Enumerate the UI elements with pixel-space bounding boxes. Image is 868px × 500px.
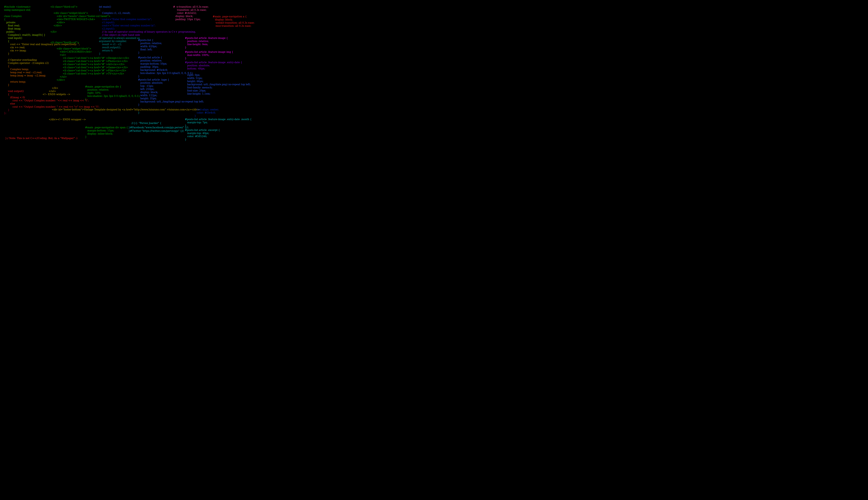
- cpp-line: cout<<"Enter first complex number:\n";: [99, 18, 152, 21]
- css-page-nav-a: #main .page-navigation a { display: bloc…: [213, 15, 254, 27]
- html-footer-bottom: <div id="footer-bottom">Vintage Template…: [43, 108, 199, 111]
- cpp-line: {: [4, 18, 5, 21]
- html-line: <h4>CATEGORIES</h4>: [50, 50, 92, 53]
- html-line: <li class="cat-item"><a href="#" >Photo<…: [50, 60, 128, 62]
- cpp-line: else: [4, 102, 15, 105]
- cpp-line: result = c1 - c2;: [99, 43, 122, 46]
- code-wallpaper: #include <iostream> using namespace std;…: [0, 0, 267, 150]
- cpp-line: public:: [4, 30, 15, 33]
- cpp-line: #include <iostream>: [4, 5, 31, 8]
- cpp-line: Complex c1, c2, result;: [99, 12, 130, 14]
- html-line: <li class="third-col">: [50, 5, 78, 8]
- cpp-line: cout<<"Enter second complex number:\n";: [99, 24, 156, 27]
- cpp-line: // the object on right hand side: [99, 34, 140, 36]
- html-line: <li class="cat-item"><a href="#" >Design…: [50, 57, 129, 59]
- cpp-line: return temp;: [4, 80, 26, 83]
- cpp-line: Complex(): real(0), imag(0){ }: [4, 34, 45, 36]
- html-line: <div class="widget-block">: [50, 47, 91, 50]
- social-facebook: }#Facebook:"www.facebook.com/pjs.pervez"…: [128, 126, 189, 129]
- cpp-line: // Operator overloading: [4, 58, 37, 61]
- cpp-line: {: [4, 65, 9, 68]
- cpp-line: temp.real = real - c2.real;: [4, 71, 42, 74]
- css-posts-list: #posts-list { position: relative; width:…: [138, 38, 162, 54]
- social-twitter: }#Twitter "https://twitter.com/pervezpjs…: [128, 129, 184, 133]
- cpp-line: int main(): [99, 5, 111, 8]
- cpp-line: using namespace std;: [4, 9, 31, 11]
- cpp-line: argument by compiler.: [99, 40, 127, 43]
- html-line: </div>: [50, 21, 65, 24]
- cpp-line: return 0;: [99, 49, 113, 52]
- cpp-line: Complex operator - (Complex c2): [4, 61, 49, 65]
- html-line: <li class="cat-item"><a href="#" >Game</…: [50, 66, 128, 69]
- cpp-line: void output(): [4, 90, 24, 92]
- cpp-line: };: [4, 112, 7, 114]
- cpp-line: class Complex: [4, 15, 22, 18]
- html-line: <li class="cat-item"><a href="#" >Art</a…: [50, 63, 125, 66]
- css-entry-date-month: #posts-list article .feature-image .entr…: [185, 118, 252, 127]
- html-line: <li class="cat-item"><a href="#" >TV</a>…: [50, 72, 124, 75]
- cpp-line: temp.imag = imag - c2.imag;: [4, 74, 46, 77]
- cpp-line: // In case of operator overloading of bi…: [99, 30, 196, 33]
- html-line: </li>: [43, 87, 58, 89]
- cpp-line: Complex temp;: [4, 68, 29, 71]
- html-line: <h4>TWITTER WIDGET</h4>: [50, 18, 95, 21]
- cpp-line: if(imag < 0): [4, 96, 25, 99]
- cpp-line: }: [4, 52, 9, 55]
- css-feature-image: #posts-list article .feature-image { pos…: [185, 36, 228, 49]
- cpp-line: private:: [4, 21, 16, 24]
- cpp-line: }: [4, 109, 9, 111]
- html-line: <ul>: [50, 54, 66, 56]
- cpp-line: of operator is always assumed as: [99, 37, 140, 39]
- css-feature-image-img: #posts-list article .feature-image img {…: [185, 50, 233, 60]
- html-line: </ul>: [43, 90, 56, 92]
- html-line: </ul>: [50, 75, 67, 78]
- html-line: <li class="cat-item"><a href="#" >Film</…: [50, 69, 126, 72]
- cpp-line: {: [4, 93, 9, 96]
- css-page-nav-div: #main .page-navigation div { position: r…: [85, 85, 140, 101]
- cpp-line: float imag;: [4, 27, 21, 30]
- cpp-line: }: [4, 83, 9, 86]
- css-transition-block: # -o-transition: all 0.3s ease; transiti…: [173, 5, 209, 21]
- cpp-line: cout << "Output Complex number: " << rea…: [4, 105, 99, 108]
- cpp-line: c2.input();: [99, 27, 115, 30]
- cpp-line: cout << "Output Complex number: "<< real…: [4, 99, 89, 102]
- cpp-line: cin >> imag;: [4, 49, 26, 52]
- cpp-line: result.output();: [99, 46, 121, 49]
- wallpaper-note: }:/ Note: This is not C++//Coding; But; …: [5, 137, 77, 140]
- html-line: </li>: [50, 30, 57, 33]
- cpp-line: void input(): [4, 37, 22, 39]
- cpp-line: c1.input();: [99, 21, 115, 24]
- css-entry-date-3: text-align: center; color: #f3e4c8; }: [194, 108, 219, 117]
- social-header: //:}{: "Pervez Joarder" {: [128, 122, 161, 125]
- cpp-line: float real;: [4, 24, 20, 27]
- cpp-line: {: [99, 9, 101, 11]
- html-line: <div class="widget-block">: [50, 12, 88, 14]
- html-line: <!-- ENDS widgets -->: [43, 93, 70, 96]
- cpp-line: {: [4, 40, 9, 43]
- css-entry-date-2: right: 0px; width: 51px; height: 66px; b…: [185, 73, 251, 95]
- html-line: </div>: [50, 79, 65, 81]
- cpp-line: }: [99, 52, 101, 55]
- css-page-nav-span: #main .page-navigation div span { margin…: [85, 126, 128, 138]
- css-excerpt: #posts-list article .excerpt { margin-to…: [185, 128, 220, 141]
- cpp-line: cin >> real;: [4, 46, 25, 49]
- css-entry-date: #posts-list article .feature-image .entr…: [185, 61, 242, 70]
- html-ends-wrapper: </div><!-- ENDS wrapper -->: [43, 118, 86, 121]
- html-line: </div>: [50, 24, 62, 27]
- css-posts-close: }: [138, 111, 140, 114]
- html-close-tags: </li> </ul> <!-- ENDS widgets -->: [43, 87, 70, 96]
- html-line: <li class="fourth-col">: [50, 41, 79, 44]
